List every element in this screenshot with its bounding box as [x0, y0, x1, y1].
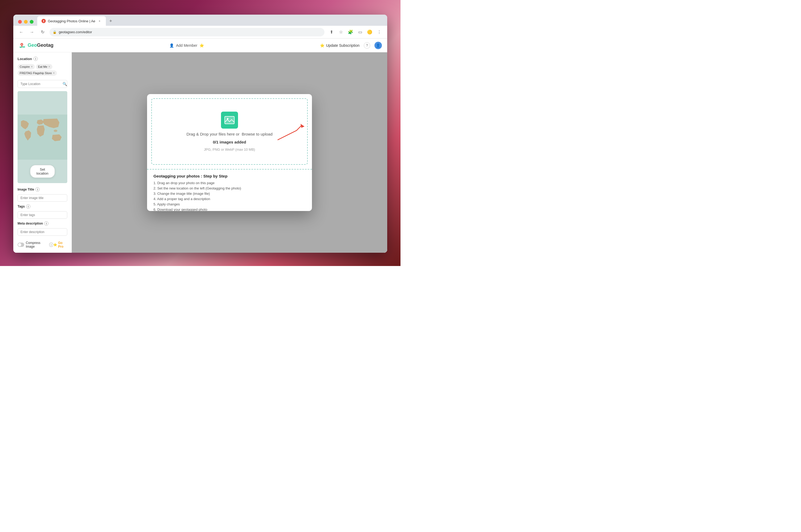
app-header: GeoGeotag 👤 Add Member ⭐ ⭐ Update Subscr… [13, 39, 387, 52]
go-pro-label: Go Pro [58, 241, 67, 248]
meta-description-input[interactable] [18, 228, 67, 236]
back-button[interactable]: ← [18, 28, 25, 36]
tab-favicon-icon [41, 19, 46, 23]
location-tag-eatme-close[interactable]: × [49, 65, 50, 69]
step-5: 5. Apply changes [153, 202, 306, 206]
location-tag-freitag-text: FREITAG Flagship Store [20, 72, 52, 75]
upload-modal: Drag & Drop your files here or Browse to… [147, 94, 312, 211]
location-tag-cospire-text: Cospire [20, 65, 30, 68]
image-title-input[interactable] [18, 194, 67, 202]
extensions-icon[interactable]: 🧩 [347, 28, 354, 36]
meta-description-label: Meta description i [18, 221, 67, 226]
image-title-info-icon[interactable]: i [35, 187, 40, 192]
subscription-star-icon: ⭐ [320, 43, 325, 48]
images-count: 0/1 images added [213, 140, 246, 144]
tab-close-button[interactable]: × [97, 19, 102, 23]
steps-title: Geotagging your photos : Step by Step [153, 174, 306, 178]
tags-input[interactable] [18, 211, 67, 219]
meta-description-label-text: Meta description [18, 222, 43, 225]
drop-text-container: Drag & Drop your files here or Browse to… [186, 132, 273, 137]
svg-marker-10 [301, 124, 305, 128]
compress-row: Compress Image i ⭐ Go Pro [18, 239, 67, 248]
sidebar-form: Image Title i Tags i Meta description i [18, 187, 67, 236]
drop-text: Drag & Drop your files here or [186, 132, 239, 136]
url-bar[interactable]: 🔒 geotagseo.com/editor [50, 28, 325, 36]
logo-geo: Geo [28, 42, 37, 48]
profile-icon[interactable]: 🟡 [366, 28, 374, 36]
compress-toggle[interactable] [18, 243, 24, 247]
location-section-label: Location i [18, 57, 67, 61]
help-button[interactable]: ? [364, 42, 370, 49]
maximize-window-dot[interactable] [30, 20, 34, 24]
url-text: geotagseo.com/editor [59, 30, 92, 34]
location-tag-cospire-close[interactable]: × [31, 65, 33, 69]
premium-badge-icon: ⭐ [199, 43, 204, 48]
browser-actions: ⬆ ☆ 🧩 ▭ 🟡 ⋮ [328, 28, 383, 36]
compress-label: Compress Image [26, 241, 48, 248]
logo-tag: Geotag [37, 42, 53, 48]
location-tags-container: Cospire × Eat Me × FREITAG Flagship Stor… [18, 64, 67, 76]
meta-description-info-icon[interactable]: i [44, 221, 49, 226]
menu-icon[interactable]: ⋮ [376, 28, 383, 36]
tags-label: Tags i [18, 204, 67, 209]
sidebar-toggle-icon[interactable]: ▭ [356, 28, 364, 36]
bookmark-icon[interactable]: ☆ [337, 28, 345, 36]
step-2: 2. Set the new location on the left (Geo… [153, 186, 306, 190]
close-window-dot[interactable] [18, 20, 22, 24]
tags-info-icon[interactable]: i [26, 204, 30, 209]
go-pro-star-icon: ⭐ [53, 243, 57, 247]
location-tag-eatme: Eat Me × [36, 64, 52, 69]
window-controls [15, 20, 36, 26]
location-info-icon[interactable]: i [34, 57, 38, 61]
logo-text: GeoGeotag [28, 42, 53, 48]
reload-button[interactable]: ↻ [39, 28, 46, 36]
active-tab[interactable]: Geotagging Photos Online | Ae × [37, 16, 106, 26]
sidebar: Location i Cospire × Eat Me × FREITAG Fl… [13, 52, 72, 253]
add-member-icon: 👤 [169, 43, 174, 48]
tags-label-text: Tags [18, 205, 25, 208]
svg-point-2 [21, 44, 22, 45]
images-format: JPG, PNG or WebP (max 10 MB) [204, 148, 255, 151]
minimize-window-dot[interactable] [24, 20, 28, 24]
svg-point-6 [54, 130, 57, 132]
upload-image-icon [221, 112, 238, 129]
user-avatar[interactable]: 👤 [375, 42, 382, 49]
add-member-label[interactable]: Add Member [176, 43, 197, 48]
browse-link[interactable]: Browse to upload [242, 132, 273, 136]
location-tag-eatme-text: Eat Me [38, 65, 47, 68]
address-bar: ← → ↻ 🔒 geotagseo.com/editor ⬆ ☆ 🧩 ▭ 🟡 ⋮ [13, 26, 387, 39]
upload-modal-overlay: Drag & Drop your files here or Browse to… [72, 52, 387, 253]
location-tag-freitag-close[interactable]: × [53, 71, 55, 75]
toggle-knob [18, 243, 21, 246]
location-label-text: Location [18, 57, 32, 61]
svg-rect-4 [22, 46, 25, 48]
svg-rect-3 [20, 46, 22, 48]
step-1: 1. Drag an drop your photo on this page [153, 181, 306, 185]
svg-rect-7 [225, 116, 234, 124]
location-tag-freitag: FREITAG Flagship Store × [18, 71, 57, 76]
main-layout: Location i Cospire × Eat Me × FREITAG Fl… [13, 52, 387, 253]
drop-zone[interactable]: Drag & Drop your files here or Browse to… [151, 98, 308, 165]
compress-info-icon[interactable]: i [49, 243, 53, 247]
go-pro-button[interactable]: ⭐ Go Pro [53, 241, 67, 248]
image-title-label: Image Title i [18, 187, 67, 192]
step-6: 6. Download your geotagged photo [153, 208, 306, 211]
update-subscription-button[interactable]: ⭐ Update Subscription [320, 43, 360, 48]
steps-section: Geotagging your photos : Step by Step 1.… [147, 169, 312, 211]
tab-title: Geotagging Photos Online | Ae [48, 19, 95, 23]
map-area[interactable]: Set location [18, 91, 67, 183]
new-tab-button[interactable]: + [107, 17, 114, 25]
forward-button[interactable]: → [28, 28, 36, 36]
avatar-icon: 👤 [376, 43, 380, 48]
location-search-input[interactable] [20, 82, 60, 86]
logo-icon [19, 42, 26, 49]
location-search-box[interactable]: 🔍 [18, 80, 67, 88]
share-icon[interactable]: ⬆ [328, 28, 335, 36]
red-arrow-icon [273, 124, 305, 142]
svg-point-9 [227, 118, 229, 119]
tab-bar: Geotagging Photos Online | Ae × + [13, 15, 387, 26]
location-tag-cospire: Cospire × [18, 64, 35, 69]
app-logo: GeoGeotag [19, 42, 53, 49]
set-location-button[interactable]: Set location [30, 165, 55, 178]
step-4: 4. Add a proper tag and a description [153, 197, 306, 201]
